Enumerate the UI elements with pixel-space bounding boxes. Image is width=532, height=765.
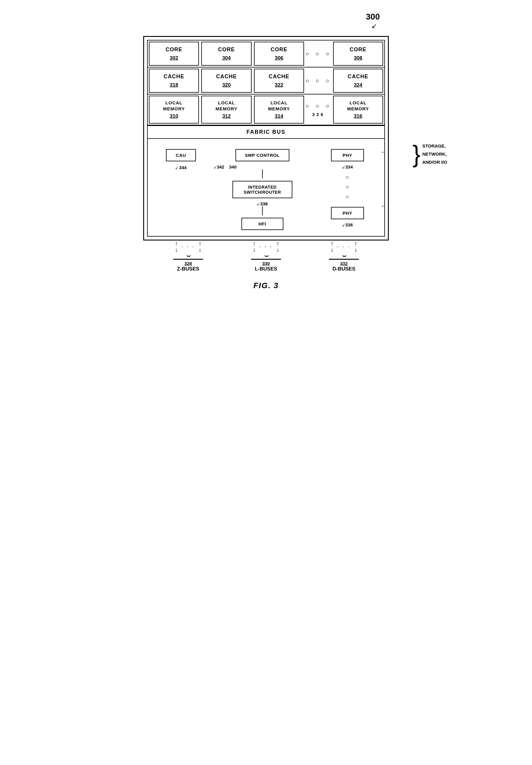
figure-caption: FIG. 3 [253, 281, 279, 290]
l-bus-arrow-2: ↑ ↓ [276, 241, 279, 253]
core-306: CORE 306 [254, 42, 304, 66]
l-buses-arrows: ↑ ↓ · · · ↑ ↓ [253, 241, 279, 253]
hfi-label: HFI [259, 221, 266, 227]
storage-label-area: } STORAGE,NETWORK,AND/OR I/O [412, 142, 447, 166]
cau-column: CAU ↙ 344 [151, 144, 211, 170]
z-buses-brace: ⌣ [186, 254, 190, 258]
l-bus-dots: · · · [259, 244, 273, 250]
d-bus-arrow-1: ↑ ↓ [330, 241, 333, 253]
smp-control-label: SMP CONTROL [245, 153, 280, 158]
z-buses-group: ↑ ↓ · · · ↑ ↓ ⌣ 328 Z-BUSES [164, 241, 212, 272]
d-buses-group: ↑ ↓ · · · ↑ ↓ ⌣ 332 D-BUSES [320, 241, 368, 272]
z-bus-arrow-1: ↑ ↓ [175, 241, 178, 253]
z-buses-num: 328 [184, 261, 192, 266]
cache-318: CACHE 318 [149, 69, 199, 93]
cau-label: CAU [176, 153, 186, 158]
d-bus-arrow-2: ↑ ↓ [354, 241, 357, 253]
d-bus-dots: · · · [337, 244, 351, 250]
d-buses-line [329, 259, 359, 260]
phy-bottom-ref: ↙ 336 [342, 222, 353, 227]
hfi-connector-line [262, 206, 263, 215]
phy-column: PHY ↙ 334 ↔ ○○○ PHY ↙ 336 [314, 144, 381, 227]
cache-320: CACHE 320 [201, 69, 251, 93]
middle-column: SMP CONTROL ↙ 342 340 INTEGRATEDSWITCH/R… [211, 144, 314, 233]
figure-ref-number: 300 [366, 12, 380, 22]
page-container: 300 ↙ CORE 302 CORE 304 CORE 306 [131, 12, 401, 290]
local-memory-row: LOCALMEMORY 310 LOCALMEMORY 312 LOCALMEM… [148, 95, 384, 125]
smp-refs: ↙ 342 340 [211, 164, 314, 170]
z-bus-arrow-2: ↑ ↓ [199, 241, 202, 253]
local-memory-312: LOCALMEMORY 312 [201, 96, 251, 124]
l-buses-label: L-BUSES [255, 266, 277, 272]
cache-322: CACHE 322 [254, 69, 304, 93]
ref-arrow: ↙ [372, 22, 377, 30]
core-302: CORE 302 [149, 42, 199, 66]
z-buses-line [173, 259, 203, 260]
switch-ref: ↙ 338 [257, 201, 268, 206]
integrated-switch-box: INTEGRATEDSWITCH/ROUTER [232, 181, 292, 198]
phy-bottom-box: PHY [331, 207, 364, 219]
storage-text: STORAGE,NETWORK,AND/OR I/O [422, 142, 447, 166]
phy-top-ref: ↙ 334 [342, 164, 353, 170]
l-bus-arrow-1: ↑ ↓ [253, 241, 256, 253]
cau-box: CAU [166, 149, 196, 161]
inner-rows: CORE 302 CORE 304 CORE 306 ○ ○ ○ CORE 30… [147, 40, 385, 125]
local-memory-310: LOCALMEMORY 310 [149, 96, 199, 124]
switch-connector-line [262, 170, 263, 179]
l-buses-line [251, 259, 281, 260]
l-buses-num: 330 [262, 261, 270, 266]
phy-bottom-label: PHY [343, 211, 352, 216]
z-buses-arrows: ↑ ↓ · · · ↑ ↓ [175, 241, 201, 253]
cache-dots: ○ ○ ○ [305, 68, 332, 94]
core-304: CORE 304 [201, 42, 251, 66]
phy-bottom-arrow: ↔ [381, 203, 386, 209]
cache-324: CACHE 324 [333, 69, 383, 93]
d-buses-num: 332 [340, 261, 348, 266]
d-buses-arrows: ↑ ↓ · · · ↑ ↓ [330, 241, 357, 253]
z-buses-label: Z-BUSES [177, 266, 199, 272]
storage-brace: } [412, 143, 420, 165]
core-row: CORE 302 CORE 304 CORE 306 ○ ○ ○ CORE 30… [148, 41, 384, 68]
local-memory-314: LOCALMEMORY 314 [254, 96, 304, 124]
integrated-switch-label: INTEGRATEDSWITCH/ROUTER [244, 185, 281, 195]
d-buses-label: D-BUSES [333, 266, 356, 272]
cau-ref: ↙ 344 [175, 165, 187, 170]
core-dots: ○ ○ ○ [305, 41, 332, 67]
figure-number-area: 300 ↙ [131, 12, 401, 30]
hfi-box: HFI [241, 218, 283, 230]
z-bus-dots: · · · [181, 244, 195, 250]
phy-top-label: PHY [343, 153, 352, 158]
d-buses-brace: ⌣ [342, 254, 346, 258]
bottom-section: CAU ↙ 344 SMP CONTROL ↙ 342 340 [147, 139, 385, 237]
l-buses-brace: ⌣ [264, 254, 268, 258]
phy-top-box: PHY [331, 149, 364, 161]
bus-area: ↑ ↓ · · · ↑ ↓ ⌣ 328 Z-BUSES ↑ ↓ · [143, 241, 389, 272]
local-memory-316: LOCALMEMORY 316 [333, 96, 383, 124]
phy-vertical-dots: ○○○ [346, 173, 349, 202]
l-buses-group: ↑ ↓ · · · ↑ ↓ ⌣ 330 L-BUSES [242, 241, 290, 272]
smp-control-box: SMP CONTROL [235, 149, 289, 161]
cache-row: CACHE 318 CACHE 320 CACHE 322 ○ ○ ○ CACH… [148, 68, 384, 95]
main-chip-diagram: CORE 302 CORE 304 CORE 306 ○ ○ ○ CORE 30… [143, 36, 389, 241]
local-memory-dots: ○ ○ ○ 326 [305, 95, 332, 125]
core-308: CORE 308 [333, 42, 383, 66]
phy-top-arrow: ↔ [381, 149, 386, 155]
fabric-bus: FABRIC BUS [147, 125, 385, 139]
